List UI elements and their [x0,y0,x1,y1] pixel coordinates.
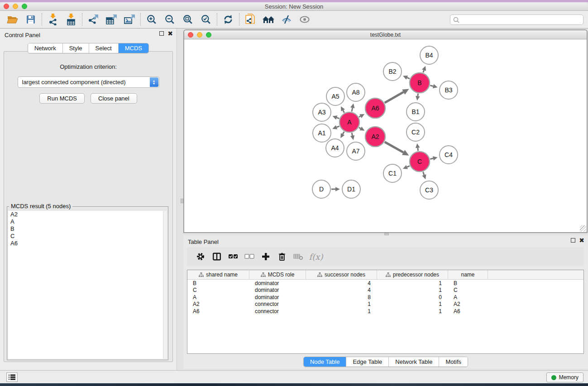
column-header-successor-nodes[interactable]: successor nodes [306,270,377,279]
graph-node-B1[interactable]: B1 [406,103,425,121]
tab-select[interactable]: Select [89,43,119,53]
table-cell[interactable]: B [187,280,249,286]
table-row[interactable]: Bdominator41B [187,280,583,287]
mcds-result-item[interactable]: B [8,225,167,233]
table-row[interactable]: A2connector11A2 [187,301,583,308]
mcds-result-item[interactable]: A2 [8,211,167,218]
float-panel-icon[interactable] [571,238,575,243]
memory-button[interactable]: Memory [546,372,583,382]
refresh-view-button[interactable] [219,12,237,27]
table-cell[interactable]: 4 [306,280,377,286]
column-header-predecessor-nodes[interactable]: predecessor nodes [377,270,448,279]
table-cell[interactable]: A2 [448,301,488,307]
graph-edge-B-B3[interactable] [430,86,433,86]
column-header-MCDS-role[interactable]: MCDS role [249,270,306,279]
tab-network[interactable]: Network [28,43,63,53]
graph-node-C1[interactable]: C1 [383,164,402,182]
graph-edge-C-C1[interactable] [407,166,410,167]
graph-edge-A2-C[interactable] [385,142,403,152]
zoom-out-button[interactable] [161,12,179,27]
graph-node-C4[interactable]: C4 [440,146,458,164]
delete-column-button[interactable] [274,249,290,264]
table-cell[interactable]: C [187,287,249,293]
show-all-button[interactable] [296,12,314,27]
graph-edge-C-C4[interactable] [430,158,433,159]
graph-node-A5[interactable]: A5 [326,87,344,105]
table-cell[interactable]: A6 [448,308,488,315]
delete-table-button[interactable] [290,249,306,264]
search-field[interactable] [450,14,583,25]
close-panel-icon[interactable]: ✖ [579,238,584,243]
graph-node-A1[interactable]: A1 [313,124,331,142]
graph-edge-B-B1[interactable] [418,94,418,96]
show-columns-button[interactable] [209,249,225,264]
run-mcds-button[interactable]: Run MCDS [39,93,85,104]
table-cell[interactable]: 4 [306,287,377,293]
open-session-button[interactable] [4,12,22,27]
task-history-button[interactable] [6,372,18,382]
graph-edge-A-A6[interactable] [359,116,360,117]
graph-node-A3[interactable]: A3 [313,103,331,121]
zoom-fit-button[interactable] [179,12,197,27]
close-panel-icon[interactable]: ✖ [167,31,173,36]
graph-edge-B-B2[interactable] [407,77,410,78]
graph-node-C[interactable]: C [410,152,430,172]
window-resize-grip[interactable] [580,225,586,232]
graph-node-C2[interactable]: C2 [406,123,425,141]
graph-node-B[interactable]: B [410,73,430,93]
mcds-result-scrollbar[interactable] [163,211,167,359]
graph-edge-C-C2[interactable] [418,148,418,151]
graph-edge-A-A8[interactable] [352,108,353,111]
table-row[interactable]: A6connector11A6 [187,308,583,315]
network-canvas[interactable]: B4B2BB3A8A5A6B1A3AC2A1A2A4A7C4CC1DD1C3 [184,40,587,232]
zoom-in-button[interactable] [143,12,161,27]
graph-edge-C-C3[interactable] [423,172,424,175]
tab-mcds[interactable]: MCDS [119,43,148,53]
graph-node-B2[interactable]: B2 [383,62,402,81]
table-cell[interactable]: dominator [249,280,306,286]
table-cell[interactable]: dominator [249,294,306,300]
graph-edge-A-A2[interactable] [359,128,361,129]
network-window-titlebar[interactable]: testGlobe.txt [184,30,587,39]
import-table-button[interactable] [62,12,80,27]
table-row[interactable]: Cdominator41C [187,287,583,294]
graph-node-A8[interactable]: A8 [347,83,365,101]
export-image-button[interactable] [120,12,139,27]
graph-edge-A-A7[interactable] [352,133,352,135]
table-cell[interactable]: B [448,280,488,286]
add-column-button[interactable] [258,249,274,264]
network-vertical-scroll-thumb[interactable] [181,199,183,203]
graph-node-D1[interactable]: D1 [342,180,360,198]
graph-edge-B-B4[interactable] [423,70,424,72]
graph-edge-A-A5[interactable] [343,110,344,113]
first-neighbors-button[interactable] [259,12,277,27]
table-settings-button[interactable] [192,249,209,264]
mcds-result-item[interactable]: A6 [8,240,167,247]
table-cell[interactable]: A2 [187,301,249,307]
save-session-button[interactable] [22,12,40,27]
table-cell[interactable]: A [187,294,249,300]
graph-node-D[interactable]: D [312,180,330,198]
table-cell[interactable]: C [448,287,488,293]
table-cell[interactable]: A [448,294,488,300]
graph-node-A2[interactable]: A2 [365,127,385,147]
export-table-button[interactable] [102,12,120,27]
graph-node-A[interactable]: A [339,112,359,132]
table-cell[interactable]: 1 [306,301,377,307]
tab-node-table[interactable]: Node Table [304,357,347,367]
table-cell[interactable]: 1 [377,287,448,293]
criterion-dropdown[interactable]: largest connected component (directed) ▲… [18,76,159,88]
tab-motifs[interactable]: Motifs [439,357,468,367]
function-builder-button[interactable]: f(x) [306,249,323,264]
hide-selected-button[interactable] [277,12,296,27]
graph-edge-A-A3[interactable] [337,118,339,119]
table-cell[interactable]: 1 [306,308,377,315]
mcds-result-item[interactable]: C [8,233,167,240]
zoom-selected-button[interactable] [197,12,215,27]
new-network-from-selection-button[interactable] [241,12,259,27]
float-panel-icon[interactable] [159,31,164,36]
tab-network-table[interactable]: Network Table [389,357,439,367]
deselect-all-columns-button[interactable] [241,249,258,264]
select-all-columns-button[interactable] [225,249,241,264]
table-cell[interactable]: connector [249,308,306,315]
